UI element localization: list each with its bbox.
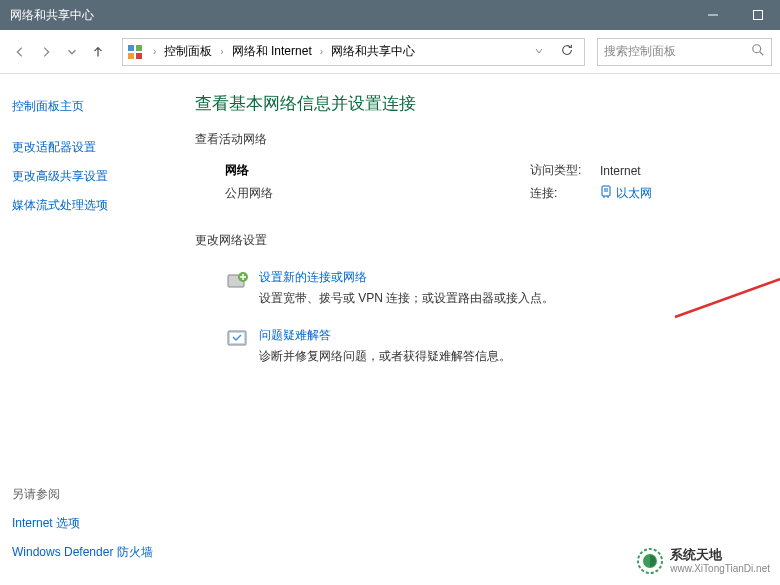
svg-rect-2 [128,45,134,51]
network-type: 公用网络 [225,185,530,202]
maximize-button[interactable] [735,0,780,30]
search-input[interactable]: 搜索控制面板 [597,38,772,66]
troubleshoot-desc: 诊断并修复网络问题，或者获得疑难解答信息。 [259,348,730,365]
sidebar-link-internet-options[interactable]: Internet 选项 [12,509,173,538]
watermark-name: 系统天地 [670,547,770,563]
breadcrumb-item[interactable]: 网络和 Internet [228,43,316,60]
network-right: 访问类型: Internet 连接: 以太网 [530,162,730,208]
access-type-value: Internet [600,164,641,178]
svg-line-7 [760,52,764,56]
nav-arrows [8,40,110,64]
search-placeholder: 搜索控制面板 [604,43,751,60]
watermark-icon [636,547,664,575]
settings-section: 设置新的连接或网络 设置宽带、拨号或 VPN 连接；或设置路由器或接入点。 问题… [195,263,760,379]
connection-link[interactable]: 以太网 [600,185,652,202]
connection-value: 以太网 [616,185,652,202]
sidebar-link-defender[interactable]: Windows Defender 防火墙 [12,538,173,567]
svg-point-6 [753,45,761,53]
ethernet-icon [600,185,612,202]
watermark-url: www.XiTongTianDi.net [670,563,770,575]
window-controls [690,0,780,30]
svg-rect-4 [128,53,134,59]
window-title: 网络和共享中心 [10,7,690,24]
body: 控制面板主页 更改适配器设置 更改高级共享设置 媒体流式处理选项 另请参阅 In… [0,74,780,585]
page-title: 查看基本网络信息并设置连接 [195,92,760,115]
back-button[interactable] [8,40,32,64]
access-type-label: 访问类型: [530,162,600,179]
svg-rect-1 [753,11,762,20]
see-also-heading: 另请参阅 [12,480,173,509]
breadcrumb-item[interactable]: 网络和共享中心 [327,43,419,60]
toolbar: › 控制面板 › 网络和 Internet › 网络和共享中心 搜索控制面板 [0,30,780,74]
up-button[interactable] [86,40,110,64]
titlebar: 网络和共享中心 [0,0,780,30]
sidebar-home-link[interactable]: 控制面板主页 [12,92,173,121]
network-left: 网络 公用网络 [225,162,530,208]
settings-item-troubleshoot: 问题疑难解答 诊断并修复网络问题，或者获得疑难解答信息。 [195,321,760,379]
breadcrumb-dropdown[interactable] [528,45,550,59]
breadcrumb-item[interactable]: 控制面板 [160,43,216,60]
forward-button[interactable] [34,40,58,64]
watermark: 系统天地 www.XiTongTianDi.net [636,547,770,575]
breadcrumb[interactable]: › 控制面板 › 网络和 Internet › 网络和共享中心 [122,38,585,66]
svg-rect-3 [136,45,142,51]
svg-rect-5 [136,53,142,59]
connection-label: 连接: [530,185,600,202]
network-row: 网络 公用网络 访问类型: Internet 连接: 以太网 [195,162,760,232]
minimize-button[interactable] [690,0,735,30]
new-connection-desc: 设置宽带、拨号或 VPN 连接；或设置路由器或接入点。 [259,290,730,307]
history-dropdown[interactable] [60,40,84,64]
search-icon [751,43,765,60]
troubleshoot-link[interactable]: 问题疑难解答 [259,327,730,344]
new-connection-link[interactable]: 设置新的连接或网络 [259,269,730,286]
sidebar: 控制面板主页 更改适配器设置 更改高级共享设置 媒体流式处理选项 另请参阅 In… [0,74,185,585]
sidebar-link-media[interactable]: 媒体流式处理选项 [12,191,173,220]
breadcrumb-separator: › [216,46,227,57]
refresh-button[interactable] [554,43,580,60]
network-name: 网络 [225,162,530,179]
settings-item-new-connection: 设置新的连接或网络 设置宽带、拨号或 VPN 连接；或设置路由器或接入点。 [195,263,760,321]
change-settings-heading: 更改网络设置 [195,232,760,249]
troubleshoot-icon [225,327,249,351]
sidebar-link-sharing[interactable]: 更改高级共享设置 [12,162,173,191]
sidebar-link-adapter[interactable]: 更改适配器设置 [12,133,173,162]
breadcrumb-separator: › [149,46,160,57]
control-panel-icon [127,44,143,60]
main-content: 查看基本网络信息并设置连接 查看活动网络 网络 公用网络 访问类型: Inter… [185,74,780,585]
breadcrumb-separator: › [316,46,327,57]
new-connection-icon [225,269,249,293]
active-networks-heading: 查看活动网络 [195,131,760,148]
